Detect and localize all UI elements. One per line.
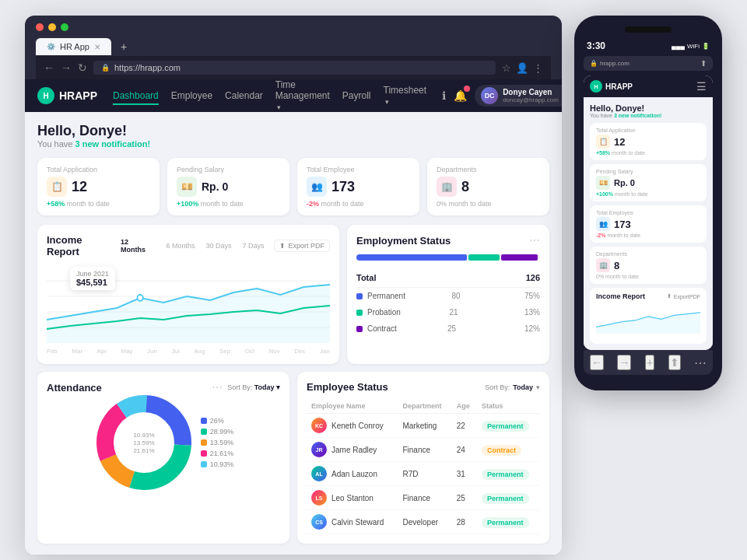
emp-name-cell: AL Adan Lauzon bbox=[307, 462, 398, 486]
bookmark-icon[interactable]: ☆ bbox=[502, 62, 511, 74]
tab-close[interactable]: ✕ bbox=[94, 43, 100, 51]
new-tab-button[interactable]: + bbox=[114, 37, 133, 56]
notif-badge bbox=[464, 86, 470, 92]
emp-name-cell: KC Keneth Conroy bbox=[307, 414, 398, 438]
nav-item-dashboard[interactable]: Dashboard bbox=[113, 87, 159, 104]
dot-green[interactable] bbox=[61, 23, 68, 31]
notification-icon[interactable]: 🔔 bbox=[454, 89, 467, 103]
tab-6months[interactable]: 6 Months bbox=[163, 240, 198, 251]
mobile-export-button[interactable]: ⬆ ExportPDF bbox=[667, 293, 700, 299]
mobile-stat-value: 8 bbox=[614, 260, 619, 271]
stat-card-salary: Pending Salary 💴 Rp. 0 +100% month to da… bbox=[167, 158, 289, 215]
forward-button[interactable]: → bbox=[61, 61, 72, 74]
emp-row-probation: Probation 21 13% bbox=[356, 304, 540, 320]
back-button[interactable]: ← bbox=[44, 61, 54, 74]
mobile-share-button[interactable]: ⬆ bbox=[668, 355, 681, 370]
stat-label: Pending Salary bbox=[177, 166, 280, 173]
mobile-share-icon[interactable]: ⬆ bbox=[700, 59, 707, 68]
emp-dept-cell: Finance bbox=[398, 438, 451, 462]
mobile-notch bbox=[625, 26, 672, 33]
emp-row-contract: Contract 25 12% bbox=[356, 320, 540, 337]
emp-pct-contract: 12% bbox=[517, 324, 540, 333]
info-icon[interactable]: ℹ bbox=[442, 89, 446, 102]
employment-status-card: Employment Status ⋯ Total bbox=[347, 225, 549, 364]
emp-avatar: LS bbox=[311, 490, 327, 506]
mobile-stat-value: Rp. 0 bbox=[614, 178, 635, 187]
income-chart: June 2021 $45,591 bbox=[47, 265, 330, 343]
mobile-stat-card-applications: Total Application 📋 12 +58% month to dat… bbox=[590, 123, 707, 160]
menu-icon[interactable]: ⋮ bbox=[533, 62, 543, 74]
mobile-browser-bar: 🔒 hrapp.com ⬆ bbox=[584, 56, 713, 71]
stat-value: 173 bbox=[331, 179, 355, 195]
profile-icon[interactable]: 👤 bbox=[516, 62, 528, 74]
mobile-stat-card-departments: Departments 🏢 8 0% month to date bbox=[590, 247, 707, 284]
nav-item-timesheet[interactable]: Timesheet ▾ bbox=[384, 82, 427, 110]
emp-dept-cell: Finance bbox=[398, 486, 451, 510]
nav-item-employee[interactable]: Employee bbox=[171, 87, 212, 104]
table-row: JR Jame Radley Finance 24 Contract bbox=[307, 438, 540, 462]
mobile-more-icon[interactable]: ⋯ bbox=[694, 355, 707, 370]
notif-count: 3 new notification! bbox=[75, 139, 151, 149]
month-label: Jul bbox=[171, 348, 179, 355]
mobile-new-tab-button[interactable]: + bbox=[645, 355, 654, 370]
attendance-menu-icon[interactable]: ⋯ bbox=[212, 381, 223, 394]
stat-row: 💴 Rp. 0 bbox=[177, 177, 280, 197]
export-pdf-button[interactable]: ⬆ Export PDF bbox=[274, 240, 331, 252]
mobile-back-button[interactable]: ← bbox=[590, 355, 604, 370]
dot-yellow[interactable] bbox=[48, 23, 56, 31]
mobile-url-text: hrapp.com bbox=[600, 60, 630, 67]
user-avatar: DC bbox=[481, 87, 498, 104]
emp-status-menu-icon[interactable]: ⋯ bbox=[529, 234, 540, 247]
mobile-stat-value: 12 bbox=[614, 136, 625, 148]
mobile-stat-card-employees: Total Employee 👥 173 -2% month to date bbox=[590, 205, 707, 243]
mobile-income-card: Income Report ⬆ ExportPDF bbox=[590, 288, 707, 344]
battery-icon: 🔋 bbox=[702, 43, 710, 50]
emp-name-cell: LS Leo Stanton bbox=[307, 486, 398, 510]
tab-7days[interactable]: 7 Days bbox=[240, 240, 268, 251]
col-department: Department bbox=[398, 399, 451, 414]
mobile-device: 3:30 ▄▄▄ WiFi 🔋 🔒 hrapp.com ⬆ H HRAPP ☰ bbox=[574, 16, 722, 390]
mobile-export-icon: ⬆ bbox=[667, 293, 672, 299]
stat-change: +58% month to date bbox=[47, 200, 150, 208]
nav-item-calendar[interactable]: Calendar bbox=[225, 87, 263, 104]
mobile-stat-icon: 💴 bbox=[596, 176, 610, 190]
stat-value: 8 bbox=[461, 179, 469, 195]
emp-status-table: Employee Name Department Age Status bbox=[307, 399, 540, 534]
browser-dots bbox=[36, 23, 551, 31]
emp-avatar: CS bbox=[311, 514, 327, 530]
donut-svg: 10.93% 13.59% 21.61% bbox=[93, 392, 195, 493]
tooltip-date: June 2021 bbox=[76, 270, 109, 278]
export-icon: ⬆ bbox=[279, 242, 286, 250]
month-label: Mar bbox=[72, 348, 82, 355]
emp-status-card-header: Employment Status ⋯ bbox=[356, 234, 540, 247]
tab-12months[interactable]: 12 Months bbox=[117, 236, 158, 255]
attendance-sort-value[interactable]: Today ▾ bbox=[254, 383, 280, 391]
emp-status-sort[interactable]: Sort By: Today ▾ bbox=[485, 383, 540, 391]
user-menu[interactable]: DC Donye Cayen doncay@hrapp.com ▾ bbox=[475, 85, 562, 107]
emp-row-left: Probation bbox=[356, 308, 401, 317]
emp-dept-cell: Marketing bbox=[398, 414, 451, 438]
mobile-stat-row: 👥 173 bbox=[596, 217, 700, 231]
emp-name-contract: Contract bbox=[367, 324, 397, 333]
url-text: https://hrapp.com bbox=[114, 63, 181, 72]
mobile-stat-label: Departments bbox=[596, 251, 700, 257]
greeting-notif: You have 3 new notification! bbox=[37, 139, 549, 149]
refresh-button[interactable]: ↻ bbox=[78, 61, 87, 74]
emp-name-permanent: Permanent bbox=[367, 292, 405, 300]
dot-red[interactable] bbox=[36, 23, 44, 31]
app-nav: H HRAPP Dashboard Employee Calendar Time… bbox=[25, 79, 562, 112]
mobile-logo-text: HRAPP bbox=[605, 82, 633, 91]
nav-right: ℹ 🔔 DC Donye Cayen doncay@hrapp.com ▾ bbox=[442, 85, 562, 107]
stat-row: 📋 12 bbox=[47, 177, 150, 197]
mobile-forward-button[interactable]: → bbox=[617, 355, 631, 370]
mobile-icons: ▄▄▄ WiFi 🔋 bbox=[672, 43, 710, 50]
browser-tab[interactable]: ⚙️ HR App ✕ bbox=[36, 38, 111, 55]
nav-item-payroll[interactable]: Payroll bbox=[342, 87, 371, 104]
nav-item-time-management[interactable]: Time Management ▾ bbox=[275, 76, 330, 115]
tab-30days[interactable]: 30 Days bbox=[202, 240, 234, 251]
mobile-hamburger-icon[interactable]: ☰ bbox=[696, 80, 707, 93]
emp-dept-cell: Developer bbox=[398, 510, 451, 534]
mobile-url: 🔒 hrapp.com bbox=[590, 60, 630, 67]
url-box[interactable]: 🔒 https://hrapp.com bbox=[93, 61, 496, 75]
mobile-notif-count: 3 new notification! bbox=[614, 113, 661, 118]
